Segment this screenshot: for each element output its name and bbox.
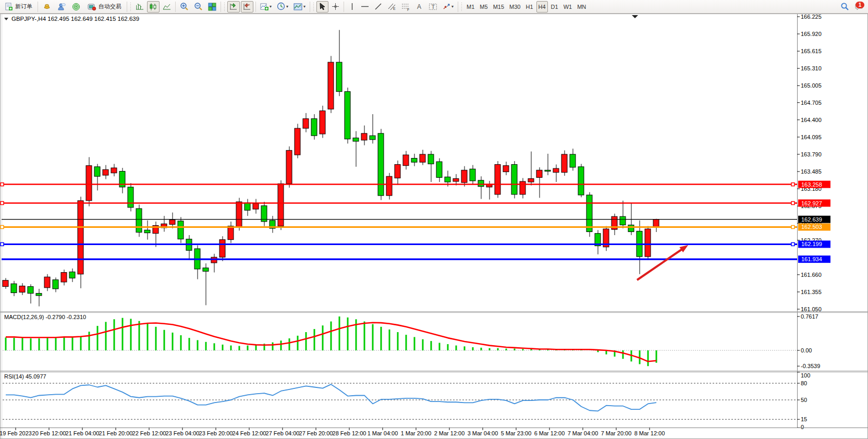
price-tick-label: 164.705 — [801, 100, 822, 106]
gold-ingot-icon — [42, 3, 52, 11]
candle-body — [578, 167, 584, 195]
auto-trading-label: 自动交易 — [99, 3, 121, 10]
main-toolbar: 新订单 自动交易 — [0, 0, 868, 14]
templates-button[interactable]: ▾ — [291, 1, 308, 13]
fibonacci-tool-button[interactable]: F — [399, 1, 412, 13]
user-cloud-icon — [57, 3, 66, 11]
line-anchor-marker[interactable] — [791, 202, 794, 205]
timeframe-w1[interactable]: W1 — [561, 1, 574, 13]
candlestick-mode-button[interactable] — [147, 1, 160, 13]
line-price-label: 163.258 — [801, 181, 822, 188]
timeframe-m1[interactable]: M1 — [464, 1, 476, 13]
time-tick-label: 3 Mar 04:00 — [468, 430, 498, 436]
time-tick-label: 7 Mar 04:00 — [568, 430, 598, 436]
candle-body — [19, 286, 25, 292]
timeframe-d1[interactable]: D1 — [549, 1, 560, 13]
cursor-icon — [319, 3, 326, 10]
bar-chart-icon — [136, 3, 144, 11]
auto-trading-button[interactable]: 自动交易 — [84, 1, 125, 13]
candle-body — [178, 221, 184, 239]
candle-body — [461, 170, 467, 182]
horizontal-line-icon — [361, 3, 369, 10]
timeframe-m30[interactable]: M30 — [507, 1, 522, 13]
candle-body — [420, 154, 425, 162]
candle-body — [445, 177, 450, 182]
line-chart-icon — [163, 3, 171, 11]
toolbar-grip — [224, 2, 226, 11]
line-anchor-marker[interactable] — [1, 242, 4, 246]
line-anchor-marker[interactable] — [791, 183, 794, 186]
timeframe-h1[interactable]: H1 — [523, 1, 535, 13]
time-tick-label: 21 Feb 20:00 — [99, 430, 133, 436]
timeframe-h4[interactable]: H4 — [536, 1, 548, 13]
chevron-down-icon: ▾ — [451, 4, 454, 9]
toolbar-separator — [175, 2, 176, 12]
bar-chart-mode-button[interactable] — [133, 1, 146, 13]
line-anchor-marker[interactable] — [791, 225, 794, 228]
auto-scroll-icon — [229, 3, 238, 11]
zoom-in-button[interactable] — [178, 1, 191, 13]
svg-text:F: F — [407, 7, 409, 11]
candle-body — [103, 169, 108, 175]
search-button[interactable] — [838, 1, 851, 13]
vertical-line-tool-button[interactable] — [346, 1, 358, 13]
line-anchor-marker[interactable] — [1, 183, 4, 186]
arrow-objects-icon — [443, 3, 451, 10]
mt4-terminal-window: { "toolbar": { "new_order_label": "新订单",… — [0, 0, 868, 439]
price-tick-label: 163.790 — [801, 151, 822, 157]
candle-body — [3, 281, 8, 287]
signals-button[interactable] — [69, 1, 83, 13]
timeframe-mn[interactable]: MN — [575, 1, 588, 13]
chart-canvas[interactable]: 166.225165.920165.615165.310165.005164.7… — [0, 14, 868, 439]
macd-indicator-label: MACD(12,26,9) -0.2790 -0.2310 — [4, 314, 86, 320]
horizontal-line-tool-button[interactable] — [359, 1, 371, 13]
search-icon — [840, 2, 849, 11]
crosshair-tool-button[interactable] — [329, 1, 341, 13]
chevron-down-icon: ▾ — [303, 4, 305, 9]
time-tick-label: 6 Mar 12:00 — [534, 430, 565, 436]
line-anchor-marker[interactable] — [1, 225, 4, 228]
market-watch-button[interactable] — [40, 1, 54, 13]
line-price-label: 162.503 — [801, 224, 822, 230]
line-anchor-marker[interactable] — [1, 202, 4, 205]
candle-body — [361, 133, 367, 140]
cursor-tool-button[interactable] — [316, 1, 328, 13]
zoom-out-button[interactable] — [192, 1, 205, 13]
indicators-button[interactable]: ▾ — [258, 1, 274, 13]
candle-body — [78, 201, 83, 274]
tile-windows-button[interactable] — [206, 1, 218, 13]
candle-body — [36, 294, 42, 296]
chart-shift-button[interactable] — [241, 1, 253, 13]
line-chart-mode-button[interactable] — [161, 1, 173, 13]
line-anchor-marker[interactable] — [791, 242, 794, 246]
toolbar-grip — [313, 2, 315, 11]
text-tool-button[interactable]: A — [413, 1, 425, 13]
candle-body — [303, 119, 309, 128]
accounts-button[interactable] — [55, 1, 68, 13]
candle-body — [470, 169, 475, 181]
label-tool-button[interactable]: T — [426, 1, 439, 13]
line-price-label: 161.934 — [801, 256, 822, 262]
text-icon: A — [415, 3, 423, 10]
candle-body — [545, 170, 551, 171]
channel-tool-button[interactable]: E — [385, 1, 398, 13]
timeframe-m5[interactable]: M5 — [478, 1, 490, 13]
auto-scroll-button[interactable] — [227, 1, 240, 13]
candle-body — [169, 220, 175, 225]
new-order-button[interactable]: 新订单 — [2, 1, 35, 13]
toolbar-grip — [461, 2, 463, 11]
periods-button[interactable]: ▾ — [275, 1, 290, 13]
arrows-tool-button[interactable]: ▾ — [441, 1, 456, 13]
time-tick-label: 27 Feb 20:00 — [299, 430, 333, 436]
candle-body — [311, 119, 317, 136]
candle-body — [236, 202, 242, 227]
candle-body — [628, 225, 634, 231]
candle-body — [69, 272, 75, 278]
timeframe-m15[interactable]: M15 — [491, 1, 506, 13]
candle-body — [503, 166, 509, 172]
candle-body — [561, 154, 567, 173]
trendline-tool-button[interactable] — [372, 1, 384, 13]
time-tick-label: 23 Feb 20:00 — [199, 430, 233, 436]
notifications-button[interactable]: 1 — [852, 1, 866, 13]
candle-body — [353, 138, 359, 142]
